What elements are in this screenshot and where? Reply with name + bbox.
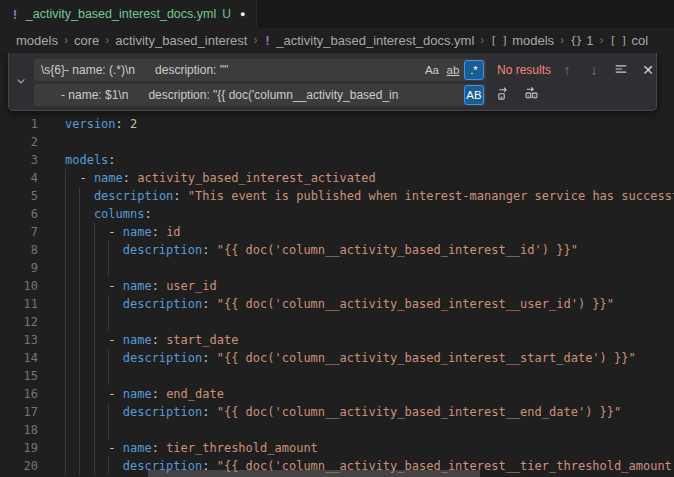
line-number[interactable]: 11 — [0, 295, 38, 313]
indent-guide — [94, 259, 108, 277]
line-number[interactable]: 4 — [0, 169, 38, 187]
modified-dot-icon[interactable]: ● — [240, 9, 245, 19]
line-number[interactable]: 9 — [0, 259, 38, 277]
line-number[interactable]: 7 — [0, 223, 38, 241]
code-token: name — [123, 225, 152, 239]
line-number[interactable]: 13 — [0, 331, 38, 349]
code-token: : — [202, 351, 216, 365]
line-number[interactable]: 8 — [0, 241, 38, 259]
breadcrumb-separator-icon: › — [64, 33, 68, 47]
code-token: - — [108, 387, 122, 401]
toggle-replace-button[interactable] — [9, 53, 33, 110]
preserve-case-button[interactable]: AB — [464, 85, 484, 105]
line-content[interactable]: description: "{{ doc('column__activity_b… — [65, 349, 636, 367]
breadcrumb-separator-icon: › — [253, 33, 257, 47]
breadcrumb-item[interactable]: core — [74, 33, 99, 48]
line-number[interactable]: 10 — [0, 277, 38, 295]
line-number[interactable]: 16 — [0, 385, 38, 403]
replace-input[interactable]: - name: $1\n description: "{{ doc('colum… — [34, 84, 486, 106]
indent-guide — [79, 385, 93, 403]
indent-guide — [94, 241, 108, 259]
line-content[interactable] — [65, 367, 123, 385]
code-token: : — [108, 153, 115, 167]
next-match-button[interactable]: ↓ — [583, 59, 605, 81]
breadcrumb-label: col — [631, 33, 648, 48]
line-number[interactable]: 18 — [0, 421, 38, 439]
line-number[interactable]: 1 — [0, 115, 38, 133]
previous-match-button[interactable]: ↑ — [556, 59, 578, 81]
find-input[interactable]: \s{6}- name: (.*)\n description: "" Aa a… — [34, 59, 486, 81]
indent-guide — [65, 439, 79, 457]
regex-button[interactable]: .* — [464, 60, 484, 80]
find-in-selection-button[interactable] — [610, 59, 632, 81]
replace-all-icon — [524, 86, 539, 105]
line-content[interactable] — [65, 313, 123, 331]
breadcrumb-separator-icon: › — [480, 33, 484, 47]
line-number[interactable]: 19 — [0, 439, 38, 457]
line-content[interactable] — [65, 259, 123, 277]
line-content[interactable]: - name: start_date — [65, 331, 238, 349]
indent-guide — [108, 241, 122, 259]
code-token: : — [202, 405, 216, 419]
line-content[interactable]: version: 2 — [65, 115, 137, 133]
breadcrumb-label: models — [16, 33, 58, 48]
line-number[interactable]: 2 — [0, 133, 38, 151]
line-content[interactable]: description: "{{ doc('column__activity_b… — [65, 295, 614, 313]
code-line: 17description: "{{ doc('column__activity… — [0, 403, 674, 421]
line-number[interactable]: 5 — [0, 187, 38, 205]
line-number[interactable]: 14 — [0, 349, 38, 367]
replace-button[interactable] — [492, 84, 514, 106]
line-number[interactable]: 6 — [0, 205, 38, 223]
code-token: - — [108, 441, 122, 455]
breadcrumb-item[interactable]: [ ]models — [490, 33, 554, 48]
line-number[interactable]: 12 — [0, 313, 38, 331]
close-find-widget-button[interactable]: ✕ — [637, 59, 659, 81]
line-content[interactable]: columns: — [65, 205, 152, 223]
line-number[interactable]: 17 — [0, 403, 38, 421]
code-token: - — [108, 279, 122, 293]
code-token: : — [116, 117, 130, 131]
indent-guide — [79, 259, 93, 277]
code-token: columns — [94, 207, 145, 221]
indent-guide — [94, 421, 108, 439]
indent-guide — [65, 187, 79, 205]
replace-all-button[interactable] — [520, 84, 542, 106]
line-content[interactable]: - name: tier_threshold_amount — [65, 439, 318, 457]
close-icon: ✕ — [642, 62, 654, 78]
line-content[interactable]: description: "{{ doc('column__activity_b… — [65, 241, 578, 259]
arrow-up-icon: ↑ — [564, 62, 571, 78]
line-content[interactable] — [65, 421, 123, 439]
tab-activity-based-interest-docs[interactable]: ! _activity_based_interest_docs.yml U ● — [0, 0, 257, 28]
breadcrumb-item[interactable]: activity_based_interest — [115, 33, 247, 48]
line-content[interactable]: - name: end_date — [65, 385, 224, 403]
line-content[interactable]: description: "{{ doc('column__activity_b… — [65, 403, 621, 421]
indent-guide — [65, 169, 79, 187]
indent-guide — [94, 295, 108, 313]
breadcrumb-item[interactable]: !_activity_based_interest_docs.yml — [263, 33, 474, 48]
indent-guide — [94, 223, 108, 241]
horizontal-scrollbar-thumb[interactable] — [148, 470, 480, 477]
line-content[interactable]: - name: user_id — [65, 277, 217, 295]
breadcrumb-item[interactable]: [ ]col — [610, 33, 649, 48]
code-token: user_id — [166, 279, 217, 293]
breadcrumb-separator-icon: › — [560, 33, 564, 47]
code-token: description — [123, 243, 202, 257]
code-token: end_date — [166, 387, 224, 401]
line-number[interactable]: 15 — [0, 367, 38, 385]
indent-guide — [65, 205, 79, 223]
indent-guide — [108, 367, 122, 385]
line-number[interactable]: 20 — [0, 457, 38, 475]
line-content[interactable]: - name: id — [65, 223, 181, 241]
line-number[interactable]: 3 — [0, 151, 38, 169]
indent-guide — [65, 385, 79, 403]
find-input-value: \s{6}- name: (.*)\n description: "" — [41, 63, 421, 77]
code-token: : — [152, 225, 166, 239]
breadcrumb-item[interactable]: {}1 — [570, 33, 593, 48]
line-content[interactable]: - name: activity_based_interest_activate… — [65, 169, 376, 187]
match-case-button[interactable]: Aa — [422, 60, 442, 80]
yaml-file-icon: ! — [11, 7, 19, 22]
breadcrumb-item[interactable]: models — [16, 33, 58, 48]
whole-word-button[interactable]: ab — [443, 60, 463, 80]
line-content[interactable]: description: "This event is published wh… — [65, 187, 674, 205]
line-content[interactable]: models: — [65, 151, 116, 169]
